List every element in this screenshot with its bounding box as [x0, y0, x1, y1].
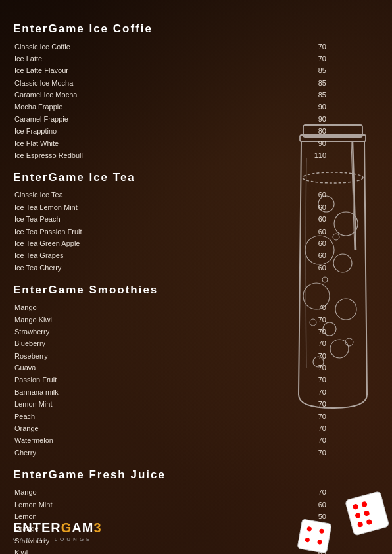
menu-item-name: Peach	[13, 411, 169, 422]
menu-item-price: 70	[169, 435, 379, 447]
menu-item-name: Classic Ice Tea	[13, 189, 207, 201]
menu-item-price: 70	[169, 399, 379, 411]
menu-item-price: 85	[203, 77, 379, 89]
menu-item-name: Ice Tea Peach	[13, 214, 207, 226]
table-row: Ice Frapptino80	[13, 126, 379, 138]
menu-item-price: 110	[203, 150, 379, 162]
table-row: Lemon Mint70	[13, 399, 379, 411]
menu-item-name: Ice Tea Cherry	[13, 262, 207, 274]
logo-text: ENTERGAM3	[13, 520, 102, 536]
menu-item-price: 90	[203, 113, 379, 125]
menu-item-price: 70	[203, 41, 379, 53]
menu-item-name: Blueberry	[13, 338, 169, 350]
table-row: Strawberry70	[13, 326, 379, 338]
table-row: Mocha Frappie90	[13, 101, 379, 113]
table-row: Ice Latte Flavour85	[13, 65, 379, 77]
menu-item-name: Kiwi	[13, 547, 164, 554]
section-title-ice-tea: EnterGame Ice Tea	[13, 171, 379, 184]
table-row: Orange70	[13, 423, 379, 435]
svg-rect-25	[297, 519, 331, 553]
table-row: Classic Ice Mocha85	[13, 77, 379, 89]
table-row: Classic Ice Coffie70	[13, 41, 379, 53]
menu-item-name: Mango	[13, 302, 169, 314]
table-row: Roseberry70	[13, 350, 379, 362]
menu-item-name: Mango	[13, 487, 164, 499]
menu-item-name: Ice Espresso Redbull	[13, 150, 203, 162]
menu-item-price: 70	[203, 53, 379, 64]
table-row: Blueberry70	[13, 338, 379, 350]
menu-item-price: 70	[169, 326, 379, 338]
menu-item-name: Ice Tea Green Apple	[13, 238, 207, 249]
table-row: Mango70	[13, 302, 379, 314]
menu-item-price: 70	[169, 338, 379, 350]
menu-table-smoothies: Mango70Mango Kiwi70Strawberry70Blueberry…	[13, 302, 379, 459]
menu-item-price: 60	[207, 250, 379, 262]
table-row: Ice Tea Cherry60	[13, 262, 379, 274]
menu-item-name: Ice Latte Flavour	[13, 65, 203, 77]
menu-item-name: Caramel Frappie	[13, 113, 203, 125]
menu-item-price: 70	[169, 374, 379, 386]
table-row: Mango Kiwi70	[13, 314, 379, 326]
menu-item-name: Ice Frapptino	[13, 126, 203, 138]
table-row: Passion Fruit70	[13, 374, 379, 386]
table-row: Ice Espresso Redbull110	[13, 150, 379, 162]
menu-item-price: 85	[203, 89, 379, 101]
menu-item-name: Lemon Mint	[13, 399, 169, 411]
logo-subtitle: GAMING LOUNGE	[13, 536, 102, 542]
menu-item-name: Caramel Ice Mocha	[13, 89, 203, 101]
menu-item-price: 60	[207, 214, 379, 226]
table-row: Caramel Frappie90	[13, 113, 379, 125]
table-row: Ice Flat White90	[13, 138, 379, 149]
menu-item-price: 70	[169, 314, 379, 326]
menu-item-name: Mocha Frappie	[13, 101, 203, 113]
menu-item-name: Classic Ice Coffie	[13, 41, 203, 53]
menu-item-price: 90	[203, 138, 379, 149]
menu-item-price: 70	[169, 350, 379, 362]
section-title-smoothies: EnterGame Smoothies	[13, 284, 379, 297]
menu-item-name: Orange	[13, 423, 169, 435]
section-title-ice-coffee: EnterGame Ice Coffie	[13, 22, 379, 36]
logo-area: ENTERGAM3 GAMING LOUNGE	[13, 520, 102, 542]
table-row: Ice Tea Passion Fruit60	[13, 226, 379, 238]
menu-item-price: 70	[169, 411, 379, 422]
menu-item-name: Strawberry	[13, 326, 169, 338]
menu-item-price: 70	[169, 363, 379, 374]
menu-item-name: Bannana milk	[13, 386, 169, 398]
menu-item-name: Watermelon	[13, 435, 169, 447]
menu-item-name: Ice Tea Grapes	[13, 250, 207, 262]
menu-item-name: Cherry	[13, 447, 169, 459]
logo-g-accent: G	[61, 520, 72, 535]
table-row: Ice Tea Peach60	[13, 214, 379, 226]
logo-am: AM	[72, 520, 93, 535]
menu-item-price: 70	[169, 386, 379, 398]
menu-item-price: 60	[207, 189, 379, 201]
logo-3-accent: 3	[93, 520, 101, 535]
table-row: Ice Tea Green Apple60	[13, 238, 379, 249]
menu-item-price: 90	[203, 101, 379, 113]
menu-item-name: Guava	[13, 363, 169, 374]
menu-item-price: 60	[207, 262, 379, 274]
menu-item-name: Ice Latte	[13, 53, 203, 64]
menu-table-ice-coffee: Classic Ice Coffie70Ice Latte70Ice Latte…	[13, 41, 379, 162]
logo-enter: ENTER	[13, 520, 61, 535]
table-row: Bannana milk70	[13, 386, 379, 398]
menu-item-name: Ice Tea Passion Fruit	[13, 226, 207, 238]
menu-item-price: 70	[169, 423, 379, 435]
table-row: Caramel Ice Mocha85	[13, 89, 379, 101]
table-row: Guava70	[13, 363, 379, 374]
menu-item-name: Lemon Mint	[13, 499, 164, 511]
menu-item-price: 70	[169, 302, 379, 314]
menu-item-price: 85	[203, 65, 379, 77]
table-row: Peach70	[13, 411, 379, 422]
table-row: Ice Tea Grapes60	[13, 250, 379, 262]
table-row: Classic Ice Tea60	[13, 189, 379, 201]
menu-item-price: 60	[207, 226, 379, 238]
menu-item-price: 60	[207, 238, 379, 249]
menu-item-name: Ice Flat White	[13, 138, 203, 149]
menu-item-name: Mango Kiwi	[13, 314, 169, 326]
menu-item-name: Roseberry	[13, 350, 169, 362]
menu-item-name: Ice Tea Lemon Mint	[13, 201, 207, 213]
table-row: Ice Latte70	[13, 53, 379, 64]
menu-table-ice-tea: Classic Ice Tea60Ice Tea Lemon Mint60Ice…	[13, 189, 379, 274]
menu-item-price: 60	[207, 201, 379, 213]
